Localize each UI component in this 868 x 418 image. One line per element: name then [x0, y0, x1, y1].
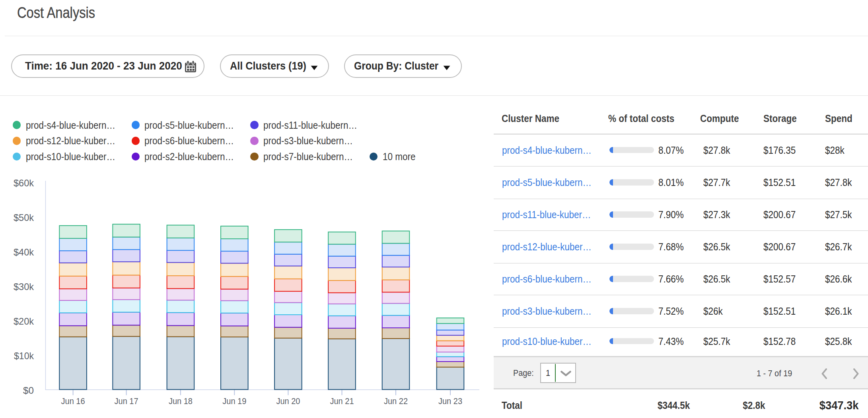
svg-text:$0: $0 [23, 385, 34, 396]
svg-text:Jun 21: Jun 21 [330, 397, 354, 406]
svg-text:Jun 19: Jun 19 [222, 397, 246, 406]
svg-text:$20k: $20k [14, 316, 34, 327]
svg-text:$60k: $60k [14, 178, 34, 188]
svg-text:Jun 16: Jun 16 [61, 397, 85, 406]
svg-text:$10k: $10k [14, 350, 34, 361]
svg-text:Jun 20: Jun 20 [276, 397, 300, 406]
svg-text:$50k: $50k [14, 212, 34, 223]
svg-text:Jun 18: Jun 18 [169, 397, 193, 406]
svg-text:Jun 23: Jun 23 [438, 397, 462, 406]
svg-text:Jun 17: Jun 17 [115, 397, 138, 406]
svg-text:$30k: $30k [14, 281, 34, 292]
svg-text:Jun 22: Jun 22 [384, 397, 408, 406]
svg-text:$40k: $40k [14, 247, 34, 257]
